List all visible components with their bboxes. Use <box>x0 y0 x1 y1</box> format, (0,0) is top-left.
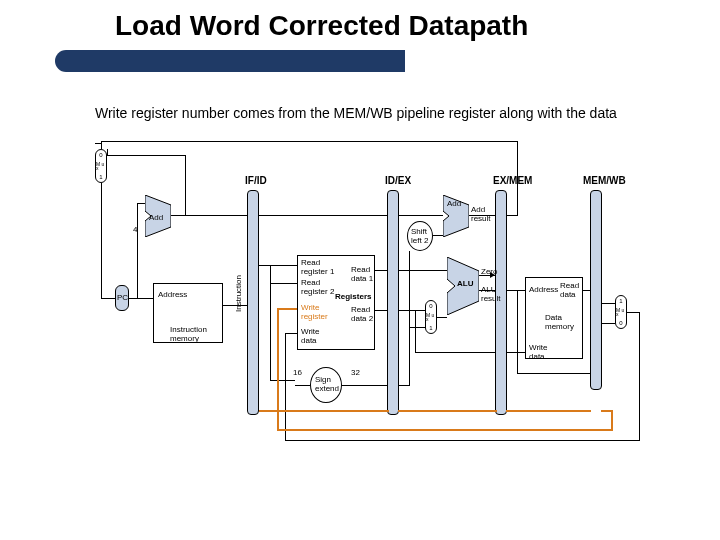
writereg-label: Write register <box>301 303 328 321</box>
mux-mb: M u x <box>426 313 436 321</box>
sixteen-label: 16 <box>293 368 302 377</box>
imem-address-label: Address <box>158 290 187 299</box>
mux-0: 0 <box>99 152 102 158</box>
ifid-reg <box>247 190 259 415</box>
alu-label: ALU <box>457 279 473 288</box>
datapath-diagram: IF/ID ID/EX EX/MEM MEM/WB 0 M u x 1 PC A… <box>95 135 655 460</box>
aluresult-label: ALU result <box>481 285 501 303</box>
add1-label: Add <box>149 213 163 222</box>
slide-subtitle: Write register number comes from the MEM… <box>95 105 617 121</box>
add2-label: Add <box>447 199 461 208</box>
writedata2-label: Write data <box>529 343 548 361</box>
signext-label: Sign extend <box>315 375 339 393</box>
ifid-label: IF/ID <box>245 175 267 186</box>
exmem-label: EX/MEM <box>493 175 532 186</box>
mux-m: M u x <box>96 162 106 170</box>
idex-label: ID/EX <box>385 175 411 186</box>
registers-title: Registers <box>335 292 371 301</box>
readdata1-label: Read data 1 <box>351 265 373 283</box>
readreg2-label: Read register 2 <box>301 278 334 296</box>
mux-1: 1 <box>99 174 102 180</box>
imem-label: Instruction memory <box>170 325 207 343</box>
alu-src-mux: 0 M u x 1 <box>425 300 437 334</box>
wb-mux: 1 M u x 0 <box>615 295 627 329</box>
mux-0b: 0 <box>429 303 432 309</box>
slide-title: Load Word Corrected Datapath <box>115 10 528 42</box>
mux-1c: 1 <box>619 298 622 304</box>
thirtytwo-label: 32 <box>351 368 360 377</box>
title-underline <box>55 50 405 72</box>
pc-label: PC <box>117 293 128 302</box>
memwb-label: MEM/WB <box>583 175 626 186</box>
memwb-reg <box>590 190 602 390</box>
dmem-address-label: Address <box>529 285 558 294</box>
idex-reg <box>387 190 399 415</box>
readdata-label: Read data <box>560 281 579 299</box>
writedata-label: Write data <box>301 327 320 345</box>
pc-mux: 0 M u x 1 <box>95 149 107 183</box>
zero-arrow <box>490 272 495 278</box>
readreg1-label: Read register 1 <box>301 258 334 276</box>
instruction-label: Instruction <box>234 275 243 312</box>
dmem-label: Data memory <box>545 313 574 331</box>
shiftleft-label: Shift left 2 <box>411 227 428 245</box>
mux-1b: 1 <box>429 325 432 331</box>
readdata2-label: Read data 2 <box>351 305 373 323</box>
mux-mc: M u x <box>616 308 626 316</box>
addresult-label: Add result <box>471 205 491 223</box>
mux-0c: 0 <box>619 320 622 326</box>
